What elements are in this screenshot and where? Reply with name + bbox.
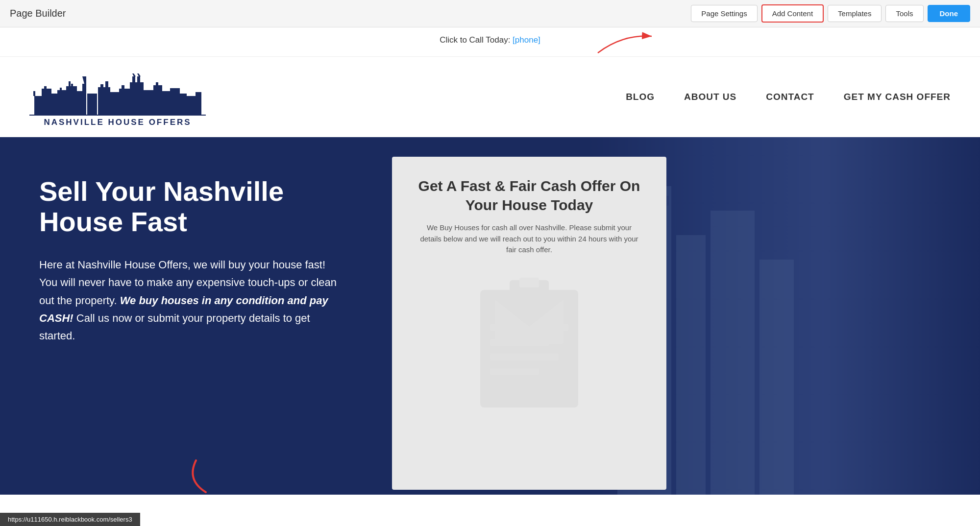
form-card-title: Get A Fast & Fair Cash Offer On Your Hou… xyxy=(416,176,642,215)
hero-right: Get A Fast & Fair Cash Offer On Your Hou… xyxy=(372,137,686,495)
nav-contact[interactable]: CONTACT xyxy=(766,92,814,102)
svg-rect-3 xyxy=(42,89,51,116)
svg-rect-23 xyxy=(137,76,140,82)
page-settings-button[interactable]: Page Settings xyxy=(691,5,757,22)
form-card-subtitle: We Buy Houses for cash all over Nashvill… xyxy=(416,222,642,256)
svg-rect-31 xyxy=(180,94,187,116)
svg-marker-25 xyxy=(137,73,141,76)
nav-about-us[interactable]: ABOUT US xyxy=(684,92,736,102)
toolbar: Page Builder Page Settings Add Content T… xyxy=(0,0,980,27)
tools-button[interactable]: Tools xyxy=(885,5,923,22)
svg-rect-1 xyxy=(34,96,42,116)
red-arrow-icon xyxy=(593,29,657,55)
svg-rect-26 xyxy=(144,90,153,116)
add-content-button[interactable]: Add Content xyxy=(761,4,824,23)
svg-rect-38 xyxy=(760,260,794,495)
status-url: https://u111650.h.reiblackbook.com/selle… xyxy=(8,516,132,523)
logo-text: NASHVILLE HOUSE OFFERS xyxy=(44,118,191,127)
templates-button[interactable]: Templates xyxy=(828,5,882,22)
nav-cta[interactable]: GET MY CASH OFFER xyxy=(844,92,951,102)
svg-rect-8 xyxy=(66,86,77,116)
svg-rect-33 xyxy=(196,92,201,116)
svg-rect-13 xyxy=(82,84,86,116)
annotation-bar: Click to Call Today: [phone] xyxy=(0,27,980,57)
nav-blog[interactable]: BLOG xyxy=(626,92,655,102)
svg-rect-32 xyxy=(187,96,196,116)
svg-rect-17 xyxy=(105,81,108,87)
logo-area: NASHVILLE HOUSE OFFERS xyxy=(29,67,206,127)
svg-rect-27 xyxy=(153,85,162,116)
decorative-curve-icon xyxy=(167,455,225,495)
hero-body-text2: Call us now or submit your property deta… xyxy=(39,312,310,342)
svg-rect-5 xyxy=(51,94,57,116)
svg-marker-12 xyxy=(82,76,86,84)
logo-skyline-icon xyxy=(29,67,206,116)
svg-rect-37 xyxy=(710,211,755,495)
svg-rect-49 xyxy=(490,368,539,375)
svg-marker-24 xyxy=(132,73,136,76)
svg-rect-15 xyxy=(98,87,110,116)
svg-rect-18 xyxy=(110,92,119,116)
status-bar: https://u111650.h.reiblackbook.com/selle… xyxy=(0,513,140,526)
done-button[interactable]: Done xyxy=(928,5,971,22)
svg-rect-10 xyxy=(71,84,73,86)
phone-link[interactable]: [phone] xyxy=(513,35,540,45)
svg-rect-30 xyxy=(170,88,180,116)
svg-rect-28 xyxy=(156,82,158,85)
hero-body: Here at Nashville House Offers, we will … xyxy=(39,256,343,345)
annotation-text: Click to Call Today: [phone] xyxy=(0,27,980,45)
svg-rect-7 xyxy=(60,88,62,90)
svg-rect-48 xyxy=(490,354,559,360)
svg-rect-19 xyxy=(119,89,130,116)
svg-rect-2 xyxy=(33,91,35,96)
form-card: Get A Fast & Fair Cash Offer On Your Hou… xyxy=(392,157,666,490)
svg-rect-4 xyxy=(44,86,47,89)
svg-rect-29 xyxy=(162,91,170,116)
svg-rect-22 xyxy=(132,76,135,82)
page-builder-title: Page Builder xyxy=(10,8,66,19)
toolbar-buttons: Page Settings Add Content Templates Tool… xyxy=(691,4,970,23)
svg-rect-20 xyxy=(122,85,124,89)
svg-rect-16 xyxy=(100,84,103,87)
svg-rect-45 xyxy=(519,278,539,287)
form-icon-area xyxy=(416,270,642,417)
hero-section: Sell Your Nashville House Fast Here at N… xyxy=(0,137,980,495)
hero-left: Sell Your Nashville House Fast Here at N… xyxy=(0,137,372,495)
svg-rect-14 xyxy=(87,94,97,116)
click-to-call-label: Click to Call Today: xyxy=(440,35,513,45)
hero-title: Sell Your Nashville House Fast xyxy=(39,176,343,237)
svg-rect-6 xyxy=(57,90,66,116)
svg-rect-34 xyxy=(29,115,206,116)
svg-rect-9 xyxy=(69,81,71,86)
main-nav: BLOG ABOUT US CONTACT GET MY CASH OFFER xyxy=(626,92,951,102)
form-placeholder-icon xyxy=(461,270,598,417)
svg-rect-21 xyxy=(130,82,144,116)
site-header: NASHVILLE HOUSE OFFERS BLOG ABOUT US CON… xyxy=(0,57,980,137)
